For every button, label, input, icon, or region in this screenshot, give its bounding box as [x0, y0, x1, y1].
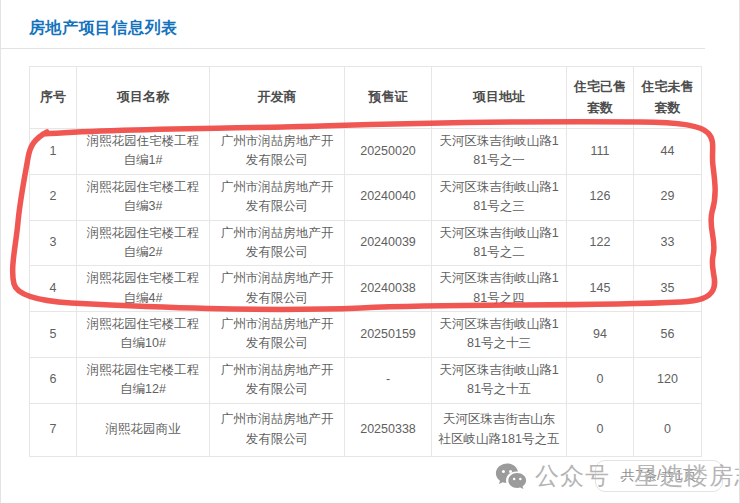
cell-developer: 广州市润喆房地产开发有限公司	[210, 174, 345, 220]
projects-table: 序号 项目名称 开发商 预售证 项目地址 住宅已售套数 住宅未售套数 1 润熙花…	[29, 66, 702, 457]
cell-units-sold: 0	[567, 403, 634, 456]
header-row: 序号 项目名称 开发商 预售证 项目地址 住宅已售套数 住宅未售套数	[30, 67, 702, 129]
title-divider	[1, 48, 705, 49]
cell-project-name: 润熙花园住宅楼工程自编1#	[77, 129, 210, 175]
wechat-icon	[495, 461, 527, 491]
header-developer: 开发商	[210, 67, 345, 129]
cell-units-unsold: 35	[634, 266, 702, 312]
table-row: 3 润熙花园住宅楼工程自编2# 广州市润喆房地产开发有限公司 20240039 …	[30, 220, 702, 266]
cell-index: 7	[30, 403, 77, 456]
table-row: 5 润熙花园住宅楼工程自编10# 广州市润喆房地产开发有限公司 20250159…	[30, 312, 702, 358]
cell-project-name: 润熙花园住宅楼工程自编10#	[77, 312, 210, 358]
cell-index: 1	[30, 129, 77, 175]
page-title: 房地产项目信息列表	[29, 18, 178, 39]
cell-project-name: 润熙花园住宅楼工程自编4#	[77, 266, 210, 312]
table-row: 1 润熙花园住宅楼工程自编1# 广州市润喆房地产开发有限公司 20250020 …	[30, 129, 702, 175]
header-units-unsold: 住宅未售套数	[634, 67, 702, 129]
table-row: 2 润熙花园住宅楼工程自编3# 广州市润喆房地产开发有限公司 20240040 …	[30, 174, 702, 220]
cell-index: 2	[30, 174, 77, 220]
cell-units-unsold: 33	[634, 220, 702, 266]
cell-developer: 广州市润喆房地产开发有限公司	[210, 129, 345, 175]
table-body: 1 润熙花园住宅楼工程自编1# 广州市润喆房地产开发有限公司 20250020 …	[30, 129, 702, 457]
header-address: 项目地址	[432, 67, 567, 129]
cell-units-sold: 94	[567, 312, 634, 358]
table-row: 6 润熙花园住宅楼工程自编12# 广州市润喆房地产开发有限公司 - 天河区珠吉街…	[30, 357, 702, 403]
cell-index: 3	[30, 220, 77, 266]
cell-project-name: 润熙花园住宅楼工程自编3#	[77, 174, 210, 220]
cell-address: 天河区珠吉街岐山路181号之一	[432, 129, 567, 175]
cell-units-unsold: 44	[634, 129, 702, 175]
page: 房地产项目信息列表 序号 项目名称 开发商 预售证 项目地址 住宅已售套数 住宅…	[0, 0, 740, 503]
watermark-text: 公众号 · 星选楼房志	[535, 460, 740, 492]
cell-presale-cert: 20250338	[345, 403, 432, 456]
cell-units-sold: 126	[567, 174, 634, 220]
cell-address: 天河区珠吉街吉山东社区岐山路181号之五	[432, 403, 567, 456]
cell-presale-cert: 20240040	[345, 174, 432, 220]
cell-index: 4	[30, 266, 77, 312]
cell-address: 天河区珠吉街岐山路181号之十五	[432, 357, 567, 403]
cell-developer: 广州市润喆房地产开发有限公司	[210, 357, 345, 403]
watermark: 公众号 · 星选楼房志	[495, 460, 740, 492]
cell-developer: 广州市润喆房地产开发有限公司	[210, 220, 345, 266]
cell-address: 天河区珠吉街岐山路181号之十三	[432, 312, 567, 358]
cell-units-sold: 111	[567, 129, 634, 175]
cell-units-unsold: 29	[634, 174, 702, 220]
cell-units-unsold: 56	[634, 312, 702, 358]
cell-presale-cert: 20240038	[345, 266, 432, 312]
header-index: 序号	[30, 67, 77, 129]
header-units-sold: 住宅已售套数	[567, 67, 634, 129]
header-project-name: 项目名称	[77, 67, 210, 129]
cell-units-sold: 0	[567, 357, 634, 403]
cell-units-sold: 145	[567, 266, 634, 312]
cell-index: 6	[30, 357, 77, 403]
cell-presale-cert: 20250020	[345, 129, 432, 175]
cell-project-name: 润熙花园商业	[77, 403, 210, 456]
table-row: 4 润熙花园住宅楼工程自编4# 广州市润喆房地产开发有限公司 20240038 …	[30, 266, 702, 312]
cell-presale-cert: 20240039	[345, 220, 432, 266]
cell-units-unsold: 0	[634, 403, 702, 456]
cell-index: 5	[30, 312, 77, 358]
table-row: 7 润熙花园商业 广州市润喆房地产开发有限公司 20250338 天河区珠吉街吉…	[30, 403, 702, 456]
cell-developer: 广州市润喆房地产开发有限公司	[210, 403, 345, 456]
cell-presale-cert: -	[345, 357, 432, 403]
cell-units-sold: 122	[567, 220, 634, 266]
cell-address: 天河区珠吉街岐山路181号之四	[432, 266, 567, 312]
table-header: 序号 项目名称 开发商 预售证 项目地址 住宅已售套数 住宅未售套数	[30, 67, 702, 129]
cell-developer: 广州市润喆房地产开发有限公司	[210, 266, 345, 312]
cell-units-unsold: 120	[634, 357, 702, 403]
cell-address: 天河区珠吉街岐山路181号之三	[432, 174, 567, 220]
cell-developer: 广州市润喆房地产开发有限公司	[210, 312, 345, 358]
cell-address: 天河区珠吉街岐山路181号之二	[432, 220, 567, 266]
header-presale-cert: 预售证	[345, 67, 432, 129]
cell-project-name: 润熙花园住宅楼工程自编12#	[77, 357, 210, 403]
cell-project-name: 润熙花园住宅楼工程自编2#	[77, 220, 210, 266]
cell-presale-cert: 20250159	[345, 312, 432, 358]
